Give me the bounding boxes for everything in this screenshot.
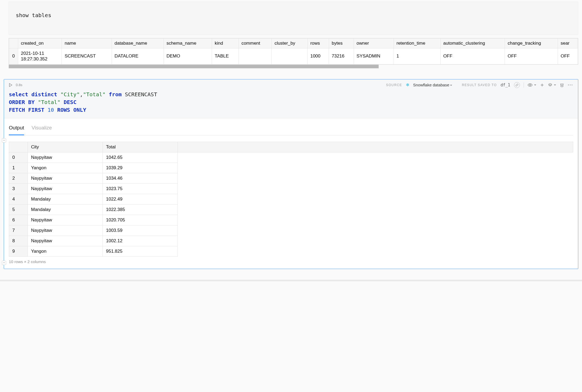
output-tabs: Output Visualize	[9, 123, 573, 135]
col-city[interactable]: City	[28, 142, 103, 152]
kw-by: BY	[28, 99, 35, 105]
result-variable[interactable]: df_1	[501, 83, 510, 87]
cell-bytes: 73216	[329, 48, 354, 64]
cell-change_tracking: OFF	[505, 48, 558, 64]
col-total: "Total"	[83, 91, 105, 98]
tab-output[interactable]: Output	[9, 123, 24, 135]
col-database_name[interactable]: database_name	[112, 39, 164, 48]
result-table: City Total 0Naypyitaw1042.651Yangon1039.…	[9, 142, 573, 257]
more-actions-icon[interactable]: ···	[568, 82, 573, 88]
row-index: 1	[9, 163, 28, 173]
cell-comment	[239, 48, 272, 64]
row-index: 5	[9, 204, 28, 215]
kw-fetch: FETCH	[9, 107, 25, 113]
cell-retention_time: 1	[394, 48, 440, 64]
cell-total: 1022.49	[103, 194, 178, 204]
fetch-n: 10	[48, 107, 54, 113]
sql-editor[interactable]: select distinct "City","Total" from SCRE…	[9, 91, 573, 114]
col-kind[interactable]: kind	[212, 39, 239, 48]
kw-select: select	[9, 91, 28, 98]
col-search_optimization-cut[interactable]: sear	[558, 39, 578, 48]
cell-sear: OFF	[558, 48, 578, 64]
col-retention_time[interactable]: retention_time	[394, 39, 440, 48]
row-index: 3	[9, 183, 28, 194]
kw-rows: ROWS	[57, 107, 70, 113]
delete-cell-icon[interactable]	[560, 83, 564, 87]
table-header-row: created_on name database_name schema_nam…	[9, 39, 578, 48]
row-index: 0	[9, 152, 28, 163]
visibility-icon[interactable]	[528, 83, 536, 87]
cell-total: 1020.705	[103, 215, 178, 225]
row-index: 7	[9, 225, 28, 236]
cell-city: Naypyitaw	[28, 152, 103, 163]
cell-total: 1039.29	[103, 163, 178, 173]
kw-from: from	[109, 91, 122, 98]
cell-created_on: 2021-10-11 18:27:30.352	[18, 48, 62, 64]
col-total[interactable]: Total	[103, 142, 178, 152]
horizontal-scrollbar[interactable]	[9, 65, 379, 68]
collapse-output-toggle[interactable]	[2, 261, 6, 265]
tab-visualize[interactable]: Visualize	[32, 123, 52, 135]
cell-city: Naypyitaw	[28, 173, 103, 183]
cell-city: Naypyitaw	[28, 225, 103, 236]
table-row[interactable]: 0Naypyitaw1042.65	[9, 152, 573, 163]
kw-first: FIRST	[28, 107, 44, 113]
collapse-input-toggle[interactable]	[2, 138, 6, 143]
col-name[interactable]: name	[62, 39, 112, 48]
cell-city: Naypyitaw	[28, 236, 103, 246]
col-city: "City"	[61, 91, 80, 98]
cell-schema_name: DEMO	[164, 48, 212, 64]
created-date: 2021-10-11	[21, 51, 44, 56]
cell-owner: SYSADMIN	[354, 48, 394, 64]
cell1-code-block[interactable]: show tables	[9, 2, 578, 35]
cell-city: Mandalay	[28, 204, 103, 215]
cell-total: 1042.65	[103, 152, 178, 163]
row-index: 4	[9, 194, 28, 204]
cell-total: 1022.385	[103, 204, 178, 215]
col-change_tracking[interactable]: change_tracking	[505, 39, 558, 48]
cell-rows: 1000	[308, 48, 329, 64]
kw-order: ORDER	[9, 99, 25, 105]
result-saved-to-label: RESULT SAVED TO	[462, 83, 497, 87]
cell-kind: TABLE	[212, 48, 239, 64]
kw-distinct: distinct	[31, 91, 57, 98]
cell-cluster_by	[272, 48, 308, 64]
cell-city: Yangon	[28, 246, 103, 256]
layers-icon[interactable]	[548, 83, 556, 87]
cell-city: Yangon	[28, 163, 103, 173]
col-schema_name[interactable]: schema_name	[164, 39, 212, 48]
link-icon[interactable]	[514, 82, 520, 88]
orderby-col: "Total"	[38, 99, 60, 105]
col-owner[interactable]: owner	[354, 39, 394, 48]
cell1-code-text: show tables	[16, 12, 51, 18]
col-rows[interactable]: rows	[308, 39, 329, 48]
col-filler	[178, 142, 573, 152]
row-index: 9	[9, 246, 28, 256]
toolbar-separator	[524, 82, 524, 88]
col-index	[9, 142, 28, 152]
cell-total: 1023.75	[103, 183, 178, 194]
table-row[interactable]: 0 2021-10-11 18:27:30.352 SCREENCAST DAT…	[9, 48, 578, 64]
svg-marker-4	[549, 83, 552, 85]
col-bytes[interactable]: bytes	[329, 39, 354, 48]
cell-city: Naypyitaw	[28, 183, 103, 194]
cell-name: SCREENCAST	[62, 48, 112, 64]
col-comment[interactable]: comment	[239, 39, 272, 48]
result-caption: 10 rows × 2 columns	[9, 259, 573, 264]
show-tables-result-table: created_on name database_name schema_nam…	[9, 38, 578, 64]
cell1-output-table-container: created_on name database_name schema_nam…	[9, 38, 578, 68]
sql-cell[interactable]: 0.8s SOURCE ❄ Snowflake database RESULT …	[4, 79, 578, 269]
comma: ,	[80, 91, 83, 98]
source-select[interactable]: Snowflake database	[413, 83, 452, 87]
row-index: 0	[9, 48, 18, 64]
col-cluster_by[interactable]: cluster_by	[272, 39, 308, 48]
svg-point-1	[530, 84, 531, 86]
bottom-strip	[0, 280, 582, 281]
col-created_on[interactable]: created_on	[18, 39, 62, 48]
run-cell-icon[interactable]	[9, 83, 13, 87]
cell-database_name: DATALORE	[112, 48, 164, 64]
kw-desc: DESC	[64, 99, 77, 105]
add-cell-icon[interactable]	[540, 83, 544, 87]
col-automatic_clustering[interactable]: automatic_clustering	[440, 39, 505, 48]
cell-total: 1002.12	[103, 236, 178, 246]
